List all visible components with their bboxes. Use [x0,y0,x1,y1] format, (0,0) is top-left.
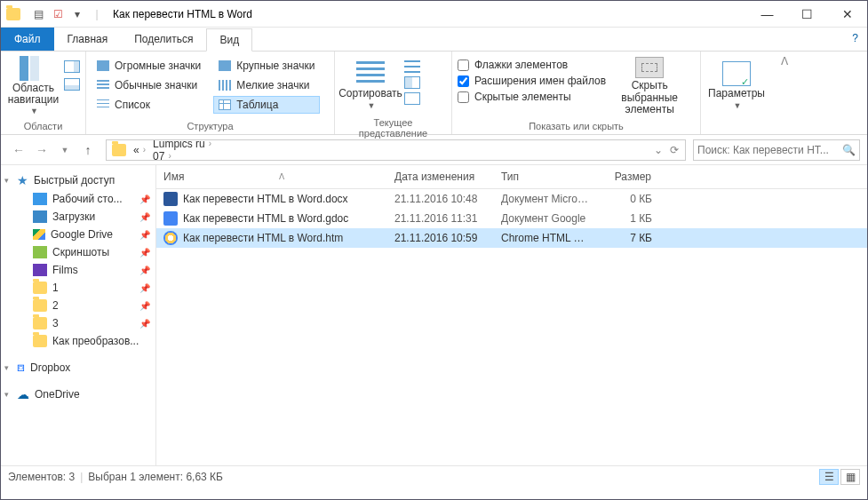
breadcrumb-overflow[interactable]: «› [130,144,149,156]
folder-icon [33,299,47,312]
column-header-date[interactable]: Дата изменения [387,165,494,188]
search-input[interactable] [697,144,842,156]
window-title: Как перевести HTML в Word [113,8,252,20]
sidebar-item[interactable]: Как преобразов... [1,332,155,350]
file-row[interactable]: Как перевести HTML в Word.gdoc21.11.2016… [156,209,867,228]
up-button[interactable]: ↑ [77,139,99,161]
file-icon [163,211,178,226]
file-icon [163,192,178,206]
sidebar-onedrive[interactable]: ☁ OneDrive [1,385,155,404]
pin-icon: 📌 [139,194,150,204]
refresh-icon[interactable]: ⟳ [667,144,681,156]
folder-icon [33,264,47,276]
sort-asc-icon: ᐱ [279,172,284,181]
pin-icon: 📌 [139,212,150,222]
layout-big-icons[interactable]: Крупные значки [213,57,320,75]
tab-share[interactable]: Поделиться [121,28,206,51]
pin-icon: 📌 [139,266,150,275]
view-details-button[interactable]: ☰ [819,469,839,485]
tab-file[interactable]: Файл [1,28,54,51]
fit-columns-icon[interactable] [404,92,420,105]
group-show-label: Показать или скрыть [458,119,695,134]
add-columns-icon[interactable] [404,76,420,89]
close-button[interactable]: ✕ [827,1,867,28]
sidebar-dropbox[interactable]: ⧈ Dropbox [1,357,155,377]
column-header-size[interactable]: Размер [597,165,659,188]
sidebar-item[interactable]: 2📌 [1,297,155,314]
search-box[interactable]: 🔍 [693,139,860,161]
chevron-down-icon: ▼ [30,107,38,116]
folder-icon [33,193,47,205]
checkbox-hidden-items[interactable]: Скрытые элементы [458,91,606,103]
onedrive-icon: ☁ [17,387,29,401]
view-icons-button[interactable]: ▦ [840,469,860,485]
address-dropdown-icon[interactable]: ⌄ [651,144,665,156]
qat-dropdown-icon[interactable]: ▾ [68,5,86,23]
sidebar-item[interactable]: 3📌 [1,314,155,332]
search-icon: 🔍 [842,144,856,156]
layout-list[interactable]: Список [92,96,206,114]
pin-icon: 📌 [139,248,150,258]
folder-icon [33,282,47,294]
chevron-down-icon: ▼ [734,102,742,111]
back-button[interactable]: ← [8,139,29,161]
star-icon: ★ [17,173,28,187]
sort-button[interactable]: Сортировать ▼ [340,57,401,115]
address-bar-row: ← → ▼ ↑ «› Google Drive›Работа›Lumpics r… [1,135,867,165]
folder-icon [33,210,47,223]
sidebar-item[interactable]: Загрузки📌 [1,208,155,226]
sidebar-item[interactable]: Рабочий сто...📌 [1,190,155,208]
address-bar[interactable]: «› Google Drive›Работа›Lumpics ru›07›20›… [106,139,686,161]
recent-dropdown-icon[interactable]: ▼ [54,139,76,161]
navigation-pane-button[interactable]: Область навигации ▼ [6,57,60,115]
checkbox-item-checkboxes[interactable]: Флажки элементов [458,59,606,71]
group-by-icon[interactable] [404,60,420,73]
hide-selected-button[interactable]: Скрыть выбранные элементы [609,57,689,115]
folder-icon [33,246,47,258]
minimize-button[interactable]: ― [747,1,787,28]
status-selection: Выбран 1 элемент: 6,63 КБ [88,471,223,483]
gdrive-icon [33,229,45,240]
status-bar: Элементов: 3 | Выбран 1 элемент: 6,63 КБ… [1,465,867,487]
forward-button[interactable]: → [31,139,52,161]
tab-view[interactable]: Вид [206,28,252,52]
group-layout-label: Структура [92,119,329,134]
layout-huge-icons[interactable]: Огромные значки [92,57,206,75]
layout-small-icons[interactable]: Мелкие значки [213,76,320,94]
maximize-button[interactable]: ☐ [787,1,827,28]
collapse-ribbon-icon[interactable]: ᐱ [774,52,795,71]
sidebar-item[interactable]: Films📌 [1,261,155,279]
ribbon-tabs: Файл Главная Поделиться Вид ? [1,28,867,51]
folder-icon [33,335,47,347]
checkbox-file-extensions[interactable]: Расширения имен файлов [458,75,606,87]
breadcrumb-segment[interactable]: 07› [149,150,302,161]
nav-pane-label: Область навигации [6,83,60,106]
qat-separator: | [88,5,106,23]
column-header-name[interactable]: Имяᐱ [156,165,387,188]
pin-icon: 📌 [139,230,150,240]
qat-checkbox-icon[interactable]: ☑ [49,5,67,23]
sidebar-quick-access[interactable]: ★ Быстрый доступ [1,171,155,190]
group-panes-label: Области [6,119,80,134]
column-header-type[interactable]: Тип [494,165,597,188]
details-pane-icon[interactable] [64,78,80,91]
file-row[interactable]: Как перевести HTML в Word.docx21.11.2016… [156,189,867,209]
sidebar-item[interactable]: 1📌 [1,279,155,297]
chevron-down-icon: ▼ [368,102,376,111]
preview-pane-icon[interactable] [64,60,80,73]
file-icon [163,231,178,245]
layout-table[interactable]: Таблица [213,96,320,114]
layout-medium-icons[interactable]: Обычные значки [92,76,206,94]
navigation-sidebar: ★ Быстрый доступ Рабочий сто...📌Загрузки… [1,165,156,465]
column-headers: Имяᐱ Дата изменения Тип Размер [156,165,867,189]
help-icon[interactable]: ? [843,28,867,51]
tab-home[interactable]: Главная [54,28,122,51]
sidebar-item[interactable]: Скриншоты📌 [1,243,155,261]
qat-properties-icon[interactable]: ▤ [29,5,47,23]
pin-icon: 📌 [139,301,150,311]
folder-icon [33,317,47,329]
breadcrumb-segment[interactable]: Lumpics ru› [149,139,302,150]
sidebar-item[interactable]: Google Drive📌 [1,226,155,243]
file-row[interactable]: Как перевести HTML в Word.htm21.11.2016 … [156,228,867,248]
options-button[interactable]: Параметры ▼ [706,57,767,115]
